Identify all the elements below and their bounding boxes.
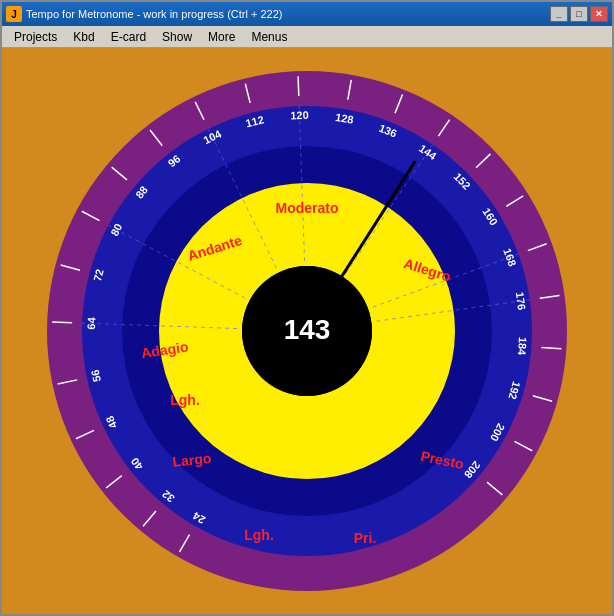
menu-menus[interactable]: Menus	[243, 28, 295, 46]
window-controls: _ □ ✕	[550, 6, 608, 22]
minimize-button[interactable]: _	[550, 6, 568, 22]
close-button[interactable]: ✕	[590, 6, 608, 22]
menu-show[interactable]: Show	[154, 28, 200, 46]
metronome-canvas[interactable]	[37, 61, 577, 601]
metronome-display[interactable]	[37, 61, 577, 601]
maximize-button[interactable]: □	[570, 6, 588, 22]
menu-bar: Projects Kbd E-card Show More Menus	[2, 26, 612, 48]
window-title: Tempo for Metronome - work in progress (…	[26, 8, 550, 20]
main-content	[2, 48, 612, 614]
app-window: J Tempo for Metronome - work in progress…	[0, 0, 614, 616]
menu-kbd[interactable]: Kbd	[65, 28, 102, 46]
title-bar: J Tempo for Metronome - work in progress…	[2, 2, 612, 26]
menu-projects[interactable]: Projects	[6, 28, 65, 46]
menu-more[interactable]: More	[200, 28, 243, 46]
app-icon: J	[6, 6, 22, 22]
menu-ecard[interactable]: E-card	[103, 28, 154, 46]
